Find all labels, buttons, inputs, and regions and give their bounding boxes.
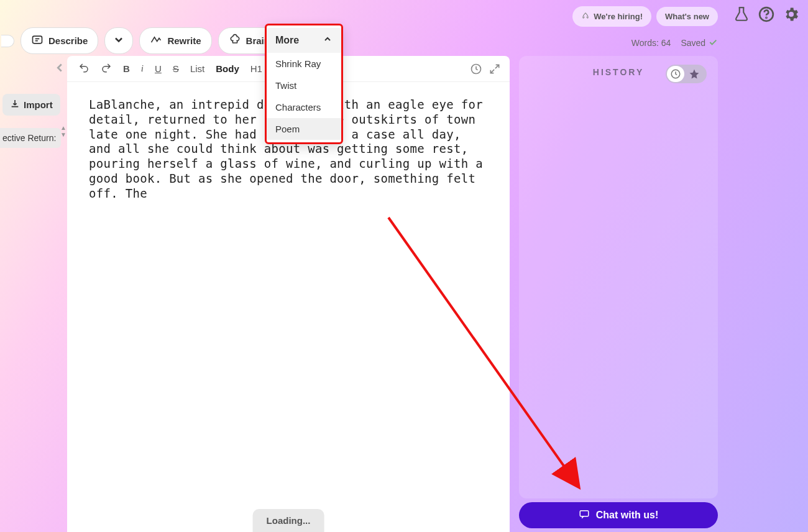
history-toggle[interactable] [666, 65, 707, 83]
italic-button[interactable]: i [137, 62, 147, 75]
expand-icon[interactable] [487, 62, 502, 76]
toolbar-leading-fragment[interactable] [1, 35, 14, 47]
chat-label: Chat with us! [596, 510, 658, 521]
whatsnew-pill[interactable]: What's new [656, 7, 718, 26]
undo-button[interactable] [75, 61, 93, 76]
strike-button[interactable]: S [169, 62, 183, 75]
word-count: Words: 64 [631, 38, 671, 48]
chevron-up-icon [323, 34, 333, 47]
more-dropdown-toggle[interactable]: More [267, 28, 341, 53]
rocket-icon [581, 11, 590, 22]
hiring-pill[interactable]: We're hiring! [572, 6, 651, 27]
settings-icon[interactable] [782, 5, 801, 24]
underline-button[interactable]: U [151, 62, 165, 75]
svg-rect-2 [33, 36, 42, 44]
hiring-label: We're hiring! [594, 12, 643, 21]
history-icon[interactable] [469, 62, 484, 76]
dropdown-item-characters[interactable]: Characters [267, 96, 341, 118]
brainstorm-icon [229, 34, 241, 48]
help-icon[interactable] [757, 5, 776, 24]
h1-button[interactable]: H1 [247, 62, 266, 75]
rewrite-button[interactable]: Rewrite [139, 27, 211, 54]
scroll-hint-icon: ▲▼ [60, 124, 67, 138]
labs-icon[interactable] [732, 5, 751, 24]
more-label: More [275, 35, 299, 46]
body-style-button[interactable]: Body [212, 62, 243, 75]
dropdown-item-poem[interactable]: Poem [267, 118, 341, 140]
document-tab-label: ective Return: [2, 133, 56, 143]
document-tab[interactable]: ective Return: [0, 128, 61, 148]
import-button[interactable]: Import [2, 94, 60, 116]
saved-status: Saved [681, 37, 718, 48]
redo-button[interactable] [97, 61, 116, 76]
bold-button[interactable]: B [119, 62, 134, 75]
history-panel: HISTORY [519, 56, 718, 498]
import-label: Import [24, 99, 53, 110]
dropdown-item-twist[interactable]: Twist [267, 75, 341, 96]
describe-label: Describe [48, 35, 88, 46]
history-starred-icon[interactable] [686, 66, 703, 82]
chat-icon [579, 508, 590, 522]
rewrite-icon [150, 34, 162, 48]
more-dropdown: More Shrink Ray Twist Characters Poem [265, 24, 343, 144]
svg-point-1 [766, 17, 766, 18]
list-button[interactable]: List [186, 62, 208, 75]
loading-indicator: Loading... [253, 509, 324, 532]
download-icon [10, 99, 20, 111]
collapse-sidebar-icon[interactable] [53, 61, 67, 75]
chat-button[interactable]: Chat with us! [519, 502, 718, 528]
whatsnew-label: What's new [665, 12, 709, 21]
dropdown-item-shrink-ray[interactable]: Shrink Ray [267, 53, 341, 75]
describe-chevron-button[interactable] [104, 27, 133, 54]
history-recent-icon[interactable] [667, 66, 684, 82]
rewrite-label: Rewrite [167, 35, 201, 46]
chevron-down-icon [112, 34, 125, 48]
describe-button[interactable]: Describe [21, 27, 98, 54]
describe-icon [31, 34, 44, 48]
